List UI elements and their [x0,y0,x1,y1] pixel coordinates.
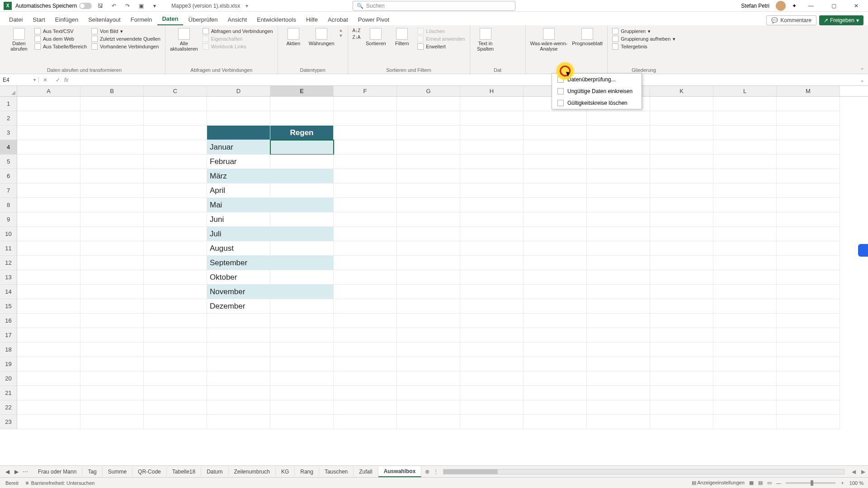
cell[interactable] [587,169,650,183]
cell[interactable] [777,241,840,256]
cell[interactable] [17,155,80,169]
cell[interactable] [397,285,460,299]
zoom-out-icon[interactable]: — [776,480,781,486]
row-header[interactable]: 5 [0,155,17,169]
cell[interactable] [587,140,650,155]
cell[interactable] [713,183,777,198]
cell[interactable] [587,227,650,241]
sheet-tab[interactable]: Summe [103,467,132,477]
column-header[interactable]: A [17,86,80,96]
cell[interactable] [334,270,397,285]
autosave-toggle[interactable]: Automatisches Speichern [15,3,92,9]
cell[interactable] [17,111,80,126]
cell[interactable] [524,227,587,241]
tab-formeln[interactable]: Formeln [126,14,157,25]
cell[interactable] [334,140,397,155]
cell[interactable] [144,415,207,429]
column-header[interactable]: B [80,86,144,96]
cell[interactable] [460,400,524,415]
cell[interactable] [334,299,397,314]
tab-hilfe[interactable]: Hilfe [302,14,322,25]
cell[interactable] [80,400,144,415]
cell[interactable] [334,314,397,328]
scroll-right-icon[interactable]: ▶ [859,469,868,475]
cell[interactable] [460,314,524,328]
row-header[interactable]: 7 [0,183,17,198]
cell[interactable] [80,371,144,386]
cell[interactable] [397,155,460,169]
cell[interactable] [397,169,460,183]
view-normal-icon[interactable]: ▦ [749,480,754,486]
aktien-button[interactable]: Aktien [283,28,304,46]
cell[interactable] [650,169,713,183]
cell[interactable] [397,415,460,429]
cell[interactable] [777,299,840,314]
row-header[interactable]: 10 [0,227,17,241]
cell[interactable] [397,241,460,256]
cell[interactable]: März [207,169,270,183]
cell[interactable] [270,227,334,241]
prognoseblatt-button[interactable]: Prognoseblatt [572,28,603,46]
cell[interactable] [17,270,80,285]
cell[interactable] [80,386,144,400]
cell[interactable] [524,314,587,328]
sortieren-button[interactable]: Sortieren [365,28,387,46]
cell[interactable] [207,111,270,126]
column-header[interactable]: F [334,86,397,96]
cell[interactable] [270,155,334,169]
consolidate-icon[interactable] [512,38,520,46]
cell[interactable] [334,328,397,343]
cell[interactable]: Juni [207,212,270,227]
cell[interactable] [80,227,144,241]
search-input[interactable]: 🔍 Suchen [353,1,515,11]
cell[interactable] [460,169,524,183]
column-header[interactable]: K [650,86,713,96]
cell[interactable] [397,97,460,111]
enter-formula-icon[interactable]: ✓ [52,77,64,83]
cell[interactable] [144,155,207,169]
vorhandene-verbindungen-button[interactable]: Vorhandene Verbindungen [91,43,160,50]
cell[interactable] [650,270,713,285]
cell[interactable] [460,328,524,343]
was-waere-wenn-button[interactable]: Was-wäre-wenn- Analyse [530,28,568,52]
cell[interactable] [650,241,713,256]
row-header[interactable]: 2 [0,111,17,126]
cell[interactable] [713,299,777,314]
cell[interactable] [650,357,713,371]
cell[interactable] [713,198,777,212]
cell[interactable] [144,285,207,299]
cell[interactable] [334,155,397,169]
cell[interactable] [80,183,144,198]
cell[interactable] [80,285,144,299]
cell[interactable] [17,241,80,256]
cell[interactable] [587,198,650,212]
von-bild-button[interactable]: Von Bild▾ [91,28,160,34]
cell[interactable] [460,198,524,212]
cell[interactable] [334,169,397,183]
cell[interactable] [650,183,713,198]
cell[interactable] [777,285,840,299]
cell[interactable] [80,212,144,227]
column-header[interactable]: L [713,86,777,96]
cell[interactable] [587,386,650,400]
cell[interactable] [587,415,650,429]
cell[interactable] [207,371,270,386]
cell[interactable] [713,169,777,183]
datatypes-nav-down-icon[interactable]: ▼ [339,33,343,38]
cell[interactable] [460,155,524,169]
cell[interactable] [144,314,207,328]
cell[interactable] [80,256,144,270]
cell[interactable] [460,227,524,241]
cell[interactable] [713,371,777,386]
cancel-formula-icon[interactable]: ✕ [39,77,52,83]
cell[interactable] [650,371,713,386]
cell[interactable] [207,126,270,140]
cell[interactable] [144,140,207,155]
cell[interactable] [17,198,80,212]
cell[interactable] [270,299,334,314]
cell[interactable] [270,140,334,155]
column-header[interactable]: D [207,86,270,96]
cell[interactable] [777,198,840,212]
cell[interactable] [80,111,144,126]
cell[interactable] [524,328,587,343]
